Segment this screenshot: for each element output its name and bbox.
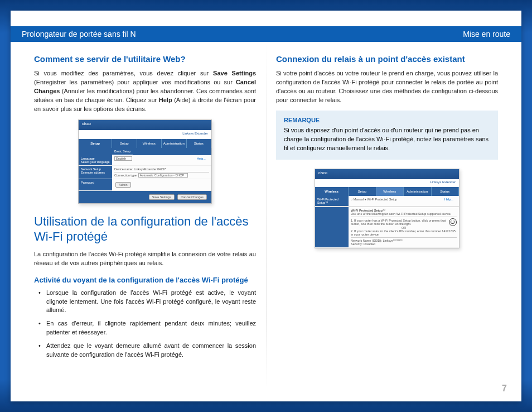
ss2-row-mode: Wi-Fi Protected Setup™ ○ Manual ● Wi-Fi …	[315, 196, 459, 207]
ss-label-network: Network SetupExtender address	[79, 166, 112, 179]
paragraph-wps: La configuration de l'accès Wi-Fi protég…	[34, 250, 256, 268]
wps-led-bullets: Lorsque la configuration de l'accès Wi-F…	[34, 289, 256, 360]
screenshot-setup-page: cisco Linksys Extender Setup Setup Wirel…	[78, 119, 212, 204]
ss-row-language: LanguageSelect your language English Hel…	[79, 155, 211, 166]
right-column: Connexion du relais à un point d'accès e…	[266, 54, 508, 401]
heading-wps-led: Activité du voyant de la configuration d…	[34, 276, 256, 284]
list-item: Lorsque la configuration de l'accès Wi-F…	[46, 289, 256, 315]
ss-logo-bar: cisco	[79, 120, 211, 130]
ss2-wps-sub: Use one of the following for each Wi-Fi …	[351, 212, 457, 215]
ss-save-button[interactable]: Save Settings	[149, 194, 175, 200]
list-item: Attendez que le voyant demeure allumé av…	[46, 342, 256, 360]
cisco-logo-icon: cisco	[82, 122, 91, 126]
note-box: REMARQUE Si vous disposez d'un point d'a…	[276, 111, 498, 160]
ss-tab-wireless[interactable]: Wireless	[137, 139, 162, 148]
ss2-product-label: Linksys Extender	[315, 179, 459, 187]
heading-connect-ap: Connexion du relais à un point d'accès e…	[276, 54, 498, 64]
ss2-tab-status[interactable]: Status	[432, 187, 460, 196]
ss2-tab-bar: Wireless Setup Wireless Administration S…	[315, 187, 459, 196]
ss-row-network: Network SetupExtender address Device nam…	[79, 166, 211, 179]
page-number: 7	[502, 384, 507, 394]
ss-cancel-button[interactable]: Cancel Changes	[177, 194, 207, 200]
ss-tab-bar: Setup Setup Wireless Administration Stat…	[79, 139, 211, 148]
ss2-sec-label: Security:	[351, 242, 362, 246]
ss-label-password: Password	[79, 179, 112, 190]
heading-wps: Utilisation de la configuration de l'acc…	[34, 214, 256, 245]
heading-web-utility: Comment se servir de l'utilitaire Web?	[34, 54, 256, 64]
paragraph-connect-ap: Si votre point d'accès ou votre routeur …	[276, 69, 498, 105]
ss-product-label: Linksys Extender	[79, 130, 211, 139]
ss-tab-admin[interactable]: Administration	[162, 139, 187, 148]
ss-tab-setup-sub[interactable]: Setup	[112, 139, 137, 148]
paragraph-web-utility: Si vous modifiez des paramètres, vous de…	[34, 69, 256, 114]
ss2-help-link[interactable]: Help...	[442, 196, 459, 206]
ss-row-password: Password Admin	[79, 179, 211, 191]
ss-subtab[interactable]: Basic Setup	[112, 148, 133, 155]
ss2-wps-step2: 2. If your router asks for the client's …	[351, 229, 457, 236]
header-title-right: Mise en route	[463, 30, 510, 39]
left-column: Comment se servir de l'utilitaire Web? S…	[24, 54, 266, 401]
cisco-logo-icon: cisco	[318, 171, 327, 175]
content-area: Comment se servir de l'utilitaire Web? S…	[11, 54, 521, 401]
ss-conntype-select[interactable]: Automatic Configuration - DHCP	[138, 173, 188, 178]
ss-admin-button[interactable]: Admin	[115, 182, 131, 188]
document-page: Prolongateur de portée sans fil N Mise e…	[11, 11, 521, 401]
wps-icon[interactable]	[449, 218, 457, 226]
ss2-tab-setup[interactable]: Setup	[349, 187, 376, 196]
ss2-tab-wireless-active[interactable]: Wireless	[376, 187, 404, 196]
ss-language-select[interactable]: English	[114, 156, 132, 161]
ss2-logo-bar: cisco	[315, 169, 459, 179]
ss2-label-wps: Wi-Fi Protected Setup™	[315, 196, 349, 206]
ss2-wps-panel: Wi-Fi Protected Setup™ Use one of the fo…	[315, 207, 459, 248]
ss2-tab-wireless[interactable]: Wireless	[315, 187, 349, 196]
ss-help-link[interactable]: Help...	[195, 155, 211, 165]
ss2-ssid-value: Linksys********	[383, 239, 402, 242]
ss2-sec-value: Disabled	[364, 242, 375, 246]
ss-tab-status[interactable]: Status	[187, 139, 212, 148]
note-body: Si vous disposez d'un point d'accès ou d…	[284, 126, 490, 153]
ss2-wps-step1: 1. If your router has a Wi-Fi Protected …	[351, 219, 449, 226]
screenshot-wireless-page: cisco Linksys Extender Wireless Setup Wi…	[315, 169, 460, 248]
page-header: Prolongateur de portée sans fil N Mise e…	[11, 26, 521, 42]
ss-tab-setup[interactable]: Setup	[79, 139, 112, 148]
ss-footer: Save Settings Cancel Changes	[79, 191, 211, 203]
ss2-radio-group[interactable]: ○ Manual ● Wi-Fi Protected Setup	[349, 196, 442, 206]
note-title: REMARQUE	[284, 116, 490, 125]
header-title-left: Prolongateur de portée sans fil N	[22, 30, 136, 39]
list-item: En cas d'erreur, il clignote rapidement …	[46, 319, 256, 337]
ss2-tab-admin[interactable]: Administration	[404, 187, 432, 196]
ss-label-language: LanguageSelect your language	[79, 155, 112, 165]
